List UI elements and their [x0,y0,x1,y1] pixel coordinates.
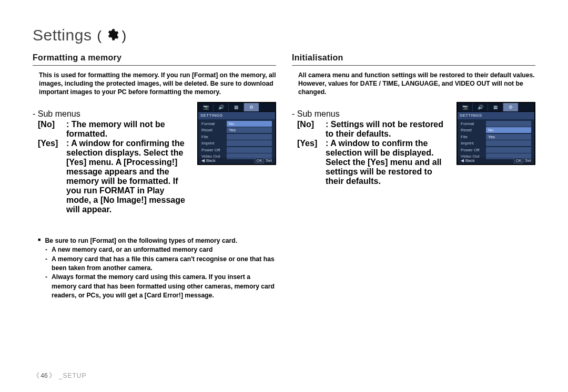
section-title-formatting: Formatting a memory [33,52,276,66]
thumb-rows: Format No Reset Yes File Imprint [198,119,275,160]
thumb-label: Imprint [198,141,227,146]
back-label: Back [465,158,475,163]
bullet-text: A memory card that has a file this camer… [52,255,276,273]
thumb-label: Format [198,121,227,126]
thumb-val [227,140,272,146]
thumb-val: Yes [227,127,272,133]
ok-label: OK [514,158,523,163]
thumb-label: Imprint [458,141,486,146]
dash-icon: - [45,255,47,264]
speaker-icon: 🔊 [214,103,229,111]
display-icon: ▦ [229,103,244,111]
submenu-item: [No] : Settings will not be restored to … [297,120,450,139]
thumb-top-icons: 📷 🔊 ▦ ⚙ [458,103,534,112]
dash-icon: - [45,273,47,282]
table-row: Reset No [458,127,534,133]
page-number: 46 [40,372,48,379]
camera-icon: 📷 [198,103,214,111]
section-formatting: Formatting a memory This is used for for… [33,52,276,301]
gear-icon [105,28,119,45]
thumb-val [227,147,272,153]
thumb-label: File [198,135,227,139]
submenu-val-no: : Settings will not be restored to their… [326,120,450,139]
submenu-key-no: [No] [38,120,62,139]
page-bracket-right: 》 [49,371,56,380]
title-decoration: ( ) [97,28,126,45]
thumb-title: SETTINGS [198,112,275,119]
list-item: - A new memory card, or an unformatted m… [38,245,276,254]
table-row: Format No [198,120,275,127]
submenu-item: [No] : The memory will not be formatted. [38,120,191,139]
camera-settings-thumbnail: 📷 🔊 ▦ ⚙ SETTINGS Format No Reset Ye [197,102,276,165]
thumb-label: Format [458,121,486,126]
thumb-val: Yes [486,134,531,140]
thumb-footer: ◀ Back OK Set [458,158,534,164]
table-row: Imprint [458,140,534,147]
list-item: ■ Be sure to run [Format] on the followi… [38,236,276,245]
set-label: Set [266,158,272,163]
initialisation-intro: All camera menu and function settings wi… [292,71,535,97]
display-icon: ▦ [488,103,503,111]
title-text: Settings [33,26,92,44]
ok-label: OK [255,158,264,163]
table-row: Power Off [458,147,534,153]
initialisation-submenu-row: - Sub menus [No] : Settings will not be … [292,102,535,186]
submenu-label: - Sub menus [292,109,450,119]
formatting-intro: This is used for formatting the memory. … [33,71,276,97]
list-item: - Always format the memory card using th… [38,273,276,300]
gear-icon-tab: ⚙ [503,103,518,111]
dash-icon: - [45,245,47,254]
table-row: Reset Yes [198,127,275,133]
submenu-val-yes: : A window for confirming the selection … [66,139,191,214]
list-item: - A memory card that has a file this cam… [38,255,276,273]
set-label: Set [525,158,531,163]
submenu-item: [Yes] : A window for confirming the sele… [38,139,191,214]
speaker-icon: 🔊 [473,103,488,111]
thumb-label: File [458,135,486,139]
gear-icon-tab: ⚙ [244,103,259,111]
thumb-title: SETTINGS [458,112,534,119]
formatting-submenu-row: - Sub menus [No] : The memory will not b… [33,102,276,214]
table-row: File Yes [458,133,534,140]
thumb-footer: ◀ Back OK Set [198,158,275,164]
thumb-label: Power Off [458,148,486,152]
formatting-notes: ■ Be sure to run [Format] on the followi… [33,236,276,300]
back-label: Back [206,158,216,163]
thumb-label: Reset [198,128,227,132]
chapter-label: _SETUP [59,372,87,379]
paren-left: ( [97,28,102,44]
paren-right: ) [122,28,127,44]
thumb-label: Power Off [198,148,227,152]
submenu-label: - Sub menus [33,109,191,119]
camera-icon: 📷 [458,103,473,111]
thumb-rows: Format Reset No File Yes Imprint [458,119,534,160]
table-row: Format [458,120,534,127]
camera-settings-thumbnail: 📷 🔊 ▦ ⚙ SETTINGS Format Reset No [457,102,535,165]
thumb-val [486,140,531,146]
table-row: Power Off [198,147,275,153]
bullet-text: A new memory card, or an unformatted mem… [52,245,276,254]
submenu-val-no: : The memory will not be formatted. [66,120,191,139]
table-row: Imprint [198,140,275,147]
thumb-val [486,147,531,153]
bullet-lead: Be sure to run [Format] on the following… [45,236,276,245]
submenu-key-yes: [Yes] [38,139,62,214]
section-initialisation: Initialisation All camera menu and funct… [292,52,535,301]
thumb-top-icons: 📷 🔊 ▦ ⚙ [198,103,275,112]
bullet-text: Always format the memory card using this… [52,273,276,300]
submenu-item: [Yes] : A window to confirm the selectio… [297,139,450,186]
thumb-val [486,121,531,127]
square-bullet-icon: ■ [38,236,40,243]
thumb-val: No [486,127,531,133]
section-title-initialisation: Initialisation [292,52,535,66]
page-title: Settings ( ) [33,26,535,45]
thumb-label: Reset [458,128,486,132]
submenu-val-yes: : A window to confirm the selection will… [326,139,450,186]
page-bracket-left: 《 [33,371,39,380]
page-footer: 《 46 》 _SETUP [33,371,86,380]
thumb-val [227,134,272,140]
submenu-key-yes: [Yes] [297,139,321,186]
submenu-key-no: [No] [297,120,321,139]
thumb-val: No [227,121,272,127]
table-row: File [198,133,275,140]
